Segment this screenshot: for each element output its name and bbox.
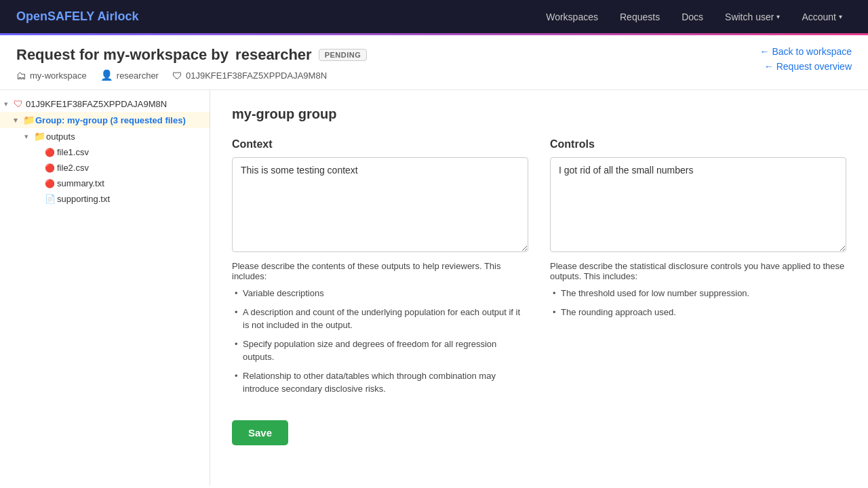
user-name: researcher	[117, 70, 159, 81]
user-icon: 👤	[100, 69, 113, 81]
tree-supporting-icon: 📄	[45, 194, 57, 204]
request-id-icon: 🛡	[172, 70, 182, 81]
main-layout: ▾ 🛡 01J9KFE1F38FAZ5XPPDAJA9M8N ▾ 📁 Group…	[0, 90, 868, 485]
controls-bullet-2: The rounding approach used.	[550, 306, 846, 319]
nav-requests[interactable]: Requests	[610, 7, 669, 26]
controls-textarea[interactable]: I got rid of all the small numbers	[550, 157, 846, 252]
context-controls-grid: Context This is some testing context Ple…	[232, 138, 846, 401]
switch-user-chevron-icon: ▾	[776, 13, 780, 20]
controls-bullet-1: The threshold used for low number suppre…	[550, 287, 846, 300]
user-meta: 👤 researcher	[100, 69, 159, 81]
controls-label: Controls	[550, 138, 846, 150]
header-bar: Request for my-workspace by researcher P…	[0, 35, 868, 90]
nav-docs[interactable]: Docs	[672, 7, 713, 26]
context-textarea[interactable]: This is some testing context	[232, 157, 528, 252]
nav-switch-user[interactable]: Switch user ▾	[715, 7, 789, 26]
tree-file1-icon: 🔴	[45, 148, 57, 157]
header-left: Request for my-workspace by researcher P…	[16, 46, 367, 81]
workspace-name: my-workspace	[30, 70, 87, 81]
context-bullet-4: Relationship to other data/tables which …	[232, 369, 528, 396]
context-bullet-2: A description and count of the underlyin…	[232, 306, 528, 332]
sidebar: ▾ 🛡 01J9KFE1F38FAZ5XPPDAJA9M8N ▾ 📁 Group…	[0, 90, 210, 485]
nav-links: Workspaces Requests Docs Switch user ▾ A…	[536, 7, 852, 26]
workspace-meta: 🗂 my-workspace	[16, 70, 87, 81]
tree-supporting-label: supporting.txt	[57, 194, 204, 204]
brand-logo[interactable]: OpenSAFELY Airlock	[16, 9, 138, 24]
request-overview-link[interactable]: ← Request overview	[764, 61, 852, 72]
back-to-workspace-link[interactable]: ← Back to workspace	[760, 46, 852, 57]
page-title: Request for my-workspace by researcher P…	[16, 46, 367, 64]
tree-group-label: Group: my-group (3 requested files)	[35, 115, 204, 125]
navbar: OpenSAFELY Airlock Workspaces Requests D…	[0, 0, 868, 35]
tree-file1-label: file1.csv	[57, 147, 204, 157]
header-meta: 🗂 my-workspace 👤 researcher 🛡 01J9KFE1F3…	[16, 69, 367, 81]
context-helper-text: Please describe the contents of these ou…	[232, 261, 528, 281]
brand-airlock: Airlock	[97, 9, 138, 23]
context-helper-list: Variable descriptions A description and …	[232, 287, 528, 396]
controls-helper-text: Please describe the statistical disclosu…	[550, 261, 846, 281]
tree-file2-label: file2.csv	[57, 163, 204, 173]
tree-file-file2csv[interactable]: 🔴 file2.csv	[0, 160, 210, 176]
nav-workspaces[interactable]: Workspaces	[536, 7, 608, 26]
tree-root-label: 01J9KFE1F38FAZ5XPPDAJA9M8N	[26, 99, 204, 109]
tree-summary-label: summary.txt	[57, 178, 204, 188]
file-tree: ▾ 🛡 01J9KFE1F38FAZ5XPPDAJA9M8N ▾ 📁 Group…	[0, 90, 210, 212]
context-section: Context This is some testing context Ple…	[232, 138, 528, 401]
tree-summary-icon: 🔴	[45, 179, 57, 188]
account-chevron-icon: ▾	[839, 13, 842, 20]
context-label: Context	[232, 138, 528, 150]
tree-root-item[interactable]: ▾ 🛡 01J9KFE1F38FAZ5XPPDAJA9M8N	[0, 96, 210, 112]
controls-helper-list: The threshold used for low number suppre…	[550, 287, 846, 319]
context-bullet-3: Specify population size and degrees of f…	[232, 338, 528, 364]
tree-outputs-chevron-icon: ▾	[24, 132, 34, 141]
request-id-meta: 🛡 01J9KFE1F38FAZ5XPPDAJA9M8N	[172, 70, 327, 81]
tree-outputs-item[interactable]: ▾ 📁 outputs	[0, 128, 210, 144]
group-title: my-group group	[232, 106, 846, 122]
tree-group-item[interactable]: ▾ 📁 Group: my-group (3 requested files)	[0, 112, 210, 128]
tree-outputs-label: outputs	[46, 131, 204, 142]
brand-opensafely: OpenSAFELY	[16, 9, 94, 23]
tree-file-file1csv[interactable]: 🔴 file1.csv	[0, 144, 210, 160]
save-button[interactable]: Save	[232, 420, 288, 445]
title-text: Request for my-workspace by researcher	[16, 46, 312, 64]
tree-group-folder-icon: 📁	[23, 115, 35, 125]
status-badge: PENDING	[319, 49, 368, 61]
request-id: 01J9KFE1F38FAZ5XPPDAJA9M8N	[186, 70, 327, 81]
tree-outputs-folder-icon: 📁	[34, 131, 46, 142]
tree-file-supportingtxt[interactable]: 📄 supporting.txt	[0, 191, 210, 207]
controls-section: Controls I got rid of all the small numb…	[550, 138, 846, 401]
header-right: ← Back to workspace ← Request overview	[760, 46, 852, 72]
nav-account[interactable]: Account ▾	[792, 7, 852, 26]
tree-group-chevron-icon: ▾	[14, 116, 23, 125]
content-area: my-group group Context This is some test…	[210, 90, 868, 485]
tree-file2-icon: 🔴	[45, 163, 57, 173]
context-bullet-1: Variable descriptions	[232, 287, 528, 300]
tree-file-summarytxt[interactable]: 🔴 summary.txt	[0, 176, 210, 191]
tree-root-chevron-icon: ▾	[4, 100, 14, 108]
workspace-icon: 🗂	[16, 70, 26, 81]
tree-root-shield-icon: 🛡	[14, 98, 26, 109]
